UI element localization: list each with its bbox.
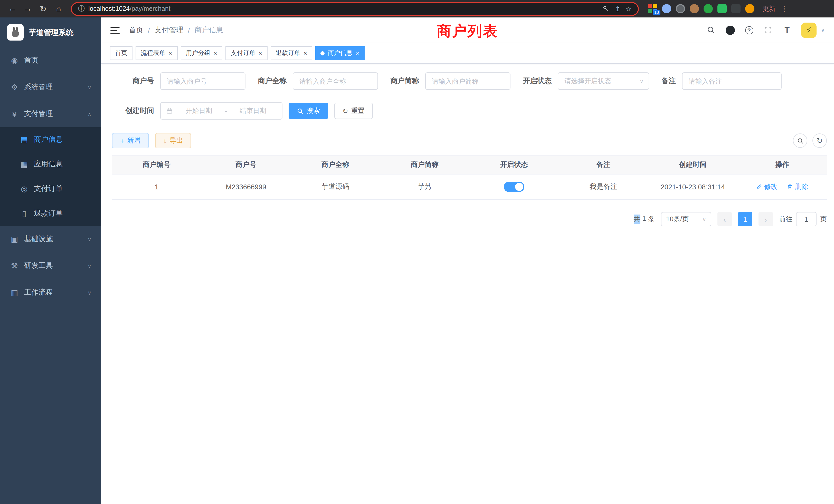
full-name-input[interactable]	[293, 72, 378, 90]
sidebar-item-label: 首页	[24, 56, 39, 65]
sidebar-subitem-app-info[interactable]: ▦ 应用信息	[0, 152, 101, 177]
col-create-time: 创建时间	[648, 155, 738, 174]
delete-link[interactable]: 删除	[787, 182, 808, 191]
export-button[interactable]: ↓ 导出	[155, 133, 191, 148]
github-icon[interactable]	[725, 25, 735, 35]
browser-home-icon[interactable]: ⌂	[51, 2, 66, 16]
screen: ← → ↻ ⌂ ⓘ localhost:1024/pay/merchant ↥ …	[0, 0, 834, 504]
sidebar-subitem-pay-order[interactable]: ◎ 支付订单	[0, 177, 101, 201]
sidebar-item-home[interactable]: ◉ 首页	[0, 47, 101, 74]
col-merchant-index: 商户编号	[112, 155, 201, 174]
extensions-grid-icon[interactable]: 10	[648, 4, 657, 13]
add-button[interactable]: + 新增	[112, 133, 149, 148]
create-time-range-picker[interactable]: 开始日期 - 结束日期	[160, 102, 282, 120]
next-page-button[interactable]: ›	[759, 212, 773, 226]
breadcrumb-separator: /	[188, 26, 190, 34]
table-header-row: 商户编号 商户号 商户全称 商户简称 开启状态 备注 创建时间 操作	[112, 155, 827, 174]
password-key-icon[interactable]	[602, 5, 610, 12]
col-remark: 备注	[559, 155, 648, 174]
search-button-label: 搜索	[307, 106, 320, 115]
search-button[interactable]: 搜索	[289, 102, 328, 119]
site-info-icon[interactable]: ⓘ	[78, 4, 85, 13]
tab-merchant-info[interactable]: 商户信息 ×	[315, 46, 365, 60]
tab-pay-order[interactable]: 支付订单 ×	[225, 46, 267, 60]
fullscreen-icon[interactable]	[763, 25, 773, 35]
close-icon[interactable]: ×	[304, 50, 307, 56]
page-size-select[interactable]: 10条/页 ∨	[661, 212, 711, 226]
dark-extension-icon[interactable]	[731, 4, 741, 13]
tab-user-group[interactable]: 用户分组 ×	[180, 46, 222, 60]
tab-home[interactable]: 首页	[110, 46, 132, 60]
sidebar-item-devtools[interactable]: ⚒ 研发工具 ∨	[0, 253, 101, 279]
bookmark-star-icon[interactable]: ☆	[626, 5, 632, 13]
remark-input[interactable]	[682, 72, 782, 90]
font-size-icon[interactable]: T	[782, 25, 792, 35]
close-icon[interactable]: ×	[258, 50, 262, 56]
gray-extension-icon[interactable]	[676, 4, 685, 13]
browser-reload-icon[interactable]: ↻	[36, 2, 50, 16]
prev-page-button[interactable]: ‹	[718, 212, 732, 226]
help-icon[interactable]: ?	[744, 25, 754, 35]
goto-page-input[interactable]	[796, 212, 816, 226]
breadcrumb-home[interactable]: 首页	[129, 25, 143, 35]
sidebar-subitem-label: 应用信息	[34, 160, 63, 169]
sidebar-item-label: 研发工具	[24, 261, 53, 271]
green-circle-extension-icon[interactable]	[704, 4, 713, 13]
cell-remark: 我是备注	[559, 174, 648, 199]
collapse-menu-icon[interactable]	[110, 26, 120, 33]
tags-view-bar: 首页 流程表单 × 用户分组 × 支付订单 × 退款订单 ×	[101, 43, 834, 64]
breadcrumb-payment[interactable]: 支付管理	[155, 25, 183, 35]
refresh-icon: ↻	[816, 137, 822, 145]
tab-refund-order[interactable]: 退款订单 ×	[271, 46, 312, 60]
browser-menu-icon[interactable]: ⋮	[780, 4, 789, 13]
orange-avatar-extension-icon[interactable]	[745, 4, 754, 13]
tab-label: 支付订单	[231, 49, 255, 58]
green-square-extension-icon[interactable]	[718, 4, 727, 13]
avatar-extension-icon[interactable]	[690, 4, 699, 13]
toggle-search-button[interactable]	[793, 134, 807, 148]
logo-title: 芋道管理系统	[29, 27, 73, 37]
breadcrumb-current: 商户信息	[195, 25, 223, 35]
blue-extension-icon[interactable]	[662, 4, 671, 13]
total-suffix: 条	[648, 214, 655, 224]
short-name-input[interactable]	[425, 72, 510, 90]
sidebar-subitem-refund-order[interactable]: ▯ 退款订单	[0, 201, 101, 226]
sidebar-item-workflow[interactable]: ▥ 工作流程 ∨	[0, 279, 101, 306]
search-icon	[297, 108, 304, 114]
status-toggle[interactable]	[504, 182, 524, 192]
merchant-table: 商户编号 商户号 商户全称 商户简称 开启状态 备注 创建时间 操作 1	[112, 155, 827, 200]
sidebar-item-payment[interactable]: ¥ 支付管理 ∧	[0, 100, 101, 127]
refresh-table-button[interactable]: ↻	[812, 134, 827, 148]
reset-button[interactable]: ↻ 重置	[334, 102, 373, 119]
share-icon[interactable]: ↥	[615, 5, 621, 13]
cell-status	[469, 174, 559, 199]
chevron-down-icon: ∨	[88, 85, 91, 90]
close-icon[interactable]: ×	[356, 50, 359, 56]
search-icon[interactable]	[706, 25, 716, 35]
cell-create-time: 2021-10-23 08:31:14	[648, 174, 738, 199]
sidebar-item-label: 支付管理	[24, 109, 53, 118]
page-number-1[interactable]: 1	[738, 212, 752, 226]
grid-square-red	[648, 4, 652, 8]
merchant-no-input[interactable]	[160, 72, 245, 90]
chevron-down-icon: ∨	[640, 78, 643, 84]
browser-back-icon[interactable]: ←	[5, 2, 20, 16]
logo-row[interactable]: 芋道管理系统	[0, 18, 101, 47]
sidebar-item-system[interactable]: ⚙ 系统管理 ∨	[0, 74, 101, 100]
close-icon[interactable]: ×	[169, 50, 172, 56]
pagination: 共 1 条 10条/页 ∨ ‹ 1 › 前往 页	[112, 212, 827, 226]
url-bar[interactable]: ⓘ localhost:1024/pay/merchant ↥ ☆	[71, 2, 639, 16]
status-select[interactable]: 请选择开启状态 ∨	[558, 72, 649, 90]
avatar-caret-icon[interactable]: ∨	[821, 27, 825, 33]
sidebar-item-label: 基础设施	[24, 234, 53, 244]
close-icon[interactable]: ×	[213, 50, 217, 56]
sidebar-subitem-merchant-info[interactable]: ▤ 商户信息	[0, 127, 101, 152]
sidebar-item-infrastructure[interactable]: ▣ 基础设施 ∨	[0, 226, 101, 253]
edit-link[interactable]: 修改	[756, 182, 777, 191]
goto-label: 前往	[779, 214, 792, 224]
topbar: 首页 / 支付管理 / 商户信息 商户列表 ? T	[101, 18, 834, 43]
tab-process-form[interactable]: 流程表单 ×	[136, 46, 177, 60]
user-avatar[interactable]: ⚡	[801, 22, 816, 38]
browser-forward-icon[interactable]: →	[21, 2, 35, 16]
browser-update-button[interactable]: 更新	[763, 4, 775, 13]
